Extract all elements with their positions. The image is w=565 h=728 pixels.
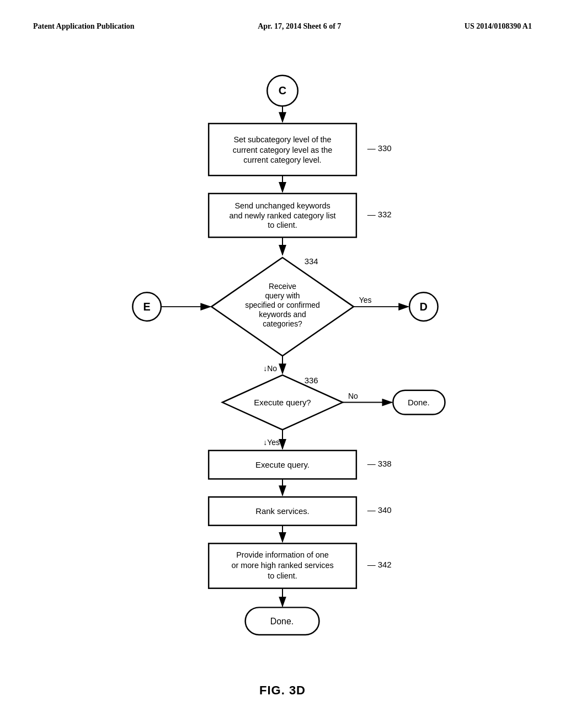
no-334-label: ↓No: [263, 364, 277, 373]
box-342-text-2: or more high ranked services: [231, 561, 333, 570]
label-332: — 332: [367, 210, 392, 219]
label-338: — 338: [367, 459, 392, 468]
page-header: Patent Application Publication Apr. 17, …: [33, 22, 532, 31]
fig-label: FIG. 3D: [259, 683, 306, 698]
yes-336-label: ↓Yes: [263, 438, 280, 447]
box-340-text: Rank services.: [255, 507, 309, 516]
label-330: — 330: [367, 144, 392, 153]
box-342-text-3: to client.: [268, 571, 297, 580]
label-336: 336: [305, 376, 318, 385]
d-label: D: [420, 301, 428, 313]
diamond-334-text-3: specified or confirmed: [245, 301, 320, 309]
diagram-container: C Set subcategory level of the current c…: [0, 61, 565, 695]
label-342: — 342: [367, 560, 392, 569]
diamond-334-text-5: categories?: [263, 319, 302, 328]
box-332-text-1: Send unchanged keywords: [234, 201, 330, 210]
flowchart-svg: C Set subcategory level of the current c…: [67, 61, 498, 695]
done1-text: Done.: [408, 398, 430, 407]
done2-text: Done.: [270, 617, 294, 626]
header-left: Patent Application Publication: [33, 22, 135, 31]
diamond-334-text-2: query with: [265, 291, 300, 300]
label-340: — 340: [367, 506, 392, 515]
yes-334-label: Yes: [359, 296, 372, 304]
box-330-text-2: current category level as the: [233, 146, 332, 154]
box-332-text-2: and newly ranked category list: [229, 211, 335, 220]
header-right: US 2014/0108390 A1: [465, 22, 532, 31]
label-334: 334: [305, 257, 318, 266]
diamond-336-text: Execute query?: [254, 398, 311, 407]
box-332-text-3: to client.: [268, 221, 297, 229]
diamond-334-text-4: keywords and: [259, 310, 306, 319]
box-342-text-1: Provide information of one: [236, 550, 329, 559]
e-label: E: [143, 301, 151, 313]
no-336-label: No: [348, 392, 358, 400]
c-label: C: [279, 84, 286, 97]
header-center: Apr. 17, 2014 Sheet 6 of 7: [258, 22, 341, 31]
box-330-text-1: Set subcategory level of the: [233, 135, 331, 144]
box-338-text: Execute query.: [255, 461, 310, 469]
diamond-334-text-1: Receive: [269, 282, 296, 291]
box-330-text-3: current category level.: [243, 156, 321, 164]
